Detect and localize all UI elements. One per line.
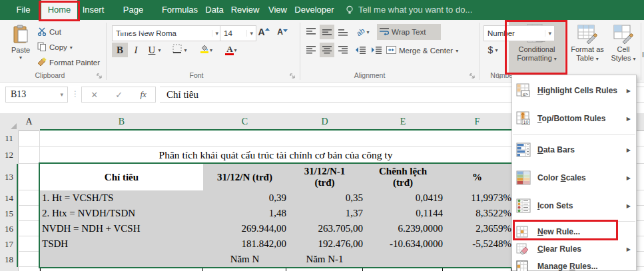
accounting-format-button[interactable]: $ ▾ [483, 43, 502, 57]
menu-item-manage-rules[interactable]: Manage Rules... [512, 258, 636, 271]
underline-button[interactable]: U ▾ [144, 43, 165, 57]
accounting-dropdown-arrow[interactable]: ▾ [495, 47, 497, 53]
clipboard-dialog-launcher-icon[interactable] [96, 71, 104, 79]
row-header-12[interactable]: 12 [0, 146, 19, 164]
conditional-formatting-dropdown-arrow[interactable]: ▾ [554, 56, 557, 62]
cell-c17[interactable]: 181.842,00 [203, 236, 290, 252]
font-size-dropdown-arrow[interactable]: ▾ [246, 30, 256, 37]
cell-d17[interactable]: 192.476,00 [286, 236, 366, 252]
top-align-button[interactable] [304, 25, 318, 39]
increase-font-size-button[interactable]: A [256, 25, 272, 39]
number-dialog-launcher-icon[interactable] [495, 71, 503, 79]
cell-e17[interactable]: -10.634,0000 [363, 236, 446, 252]
cell-c19-partial[interactable] [203, 267, 286, 271]
cell-e14[interactable]: 0,0419 [363, 190, 446, 206]
orientation-button[interactable]: ab ▾ [353, 25, 373, 39]
column-header-c[interactable]: C [203, 113, 287, 131]
cell-f17[interactable]: -5,5248% [443, 236, 515, 252]
tab-home[interactable]: Home [41, 0, 77, 20]
row-header-16[interactable]: 16 [0, 221, 19, 237]
merge-center-dropdown-arrow[interactable]: ▾ [456, 48, 458, 54]
tab-data[interactable]: Data [202, 0, 226, 20]
cell-f13[interactable]: % [443, 164, 512, 192]
row-header-13[interactable]: 13 [0, 164, 19, 191]
menu-item-color-scales[interactable]: Color Scales ▶ [512, 164, 636, 192]
tab-review[interactable]: Review [229, 0, 261, 20]
fill-color-dropdown-arrow[interactable]: ▾ [210, 47, 212, 53]
cell-c14[interactable]: 0,39 [203, 190, 290, 206]
merge-center-button[interactable]: Merge & Center ▾ [386, 43, 472, 59]
decrease-font-size-button[interactable]: A [274, 25, 290, 39]
paste-button[interactable]: Paste ▾ [5, 22, 36, 73]
orientation-dropdown-arrow[interactable]: ▾ [367, 29, 370, 35]
cell-b17[interactable]: TSDH [40, 236, 206, 252]
cell-d15[interactable]: 1,37 [286, 206, 366, 222]
copy-button[interactable]: Copy ▾ [37, 41, 73, 54]
format-painter-button[interactable]: Format Painter [37, 56, 100, 69]
cell-styles-button[interactable]: Cell Styles ▾ [607, 22, 639, 73]
font-dialog-launcher-icon[interactable] [289, 71, 297, 79]
bold-button[interactable]: B [112, 43, 128, 57]
cell-f14[interactable]: 11,9973% [443, 190, 515, 206]
column-header-d[interactable]: D [286, 113, 364, 131]
align-right-button[interactable] [336, 43, 350, 57]
cell-c16[interactable]: 269.944,00 [203, 221, 290, 237]
cell-c18[interactable]: Năm N [203, 252, 287, 268]
cell-d18[interactable]: Năm N-1 [286, 252, 364, 268]
menu-item-data-bars[interactable]: Data Bars ▶ [512, 136, 636, 164]
cell-e15[interactable]: 0,1144 [363, 206, 446, 222]
cell-f15[interactable]: 8,3522% [443, 206, 515, 222]
cell-e19-partial[interactable] [363, 267, 443, 271]
column-header-a[interactable]: A [18, 113, 41, 131]
name-box[interactable]: B13 ▾ [5, 87, 68, 103]
cell-b11[interactable] [40, 131, 204, 147]
cell-f18[interactable] [443, 252, 512, 268]
copy-dropdown-arrow[interactable]: ▾ [70, 45, 73, 51]
menu-item-icon-sets[interactable]: Icon Sets ▶ [512, 192, 636, 220]
sheet-title-cell[interactable]: Phân tích khái quát cấu trúc tài chính c… [40, 146, 511, 164]
menu-item-new-rule[interactable]: New Rule... [512, 223, 636, 240]
row-header-17[interactable]: 17 [0, 236, 19, 252]
format-as-table-dropdown-arrow[interactable]: ▾ [596, 56, 599, 62]
number-format-dropdown-arrow[interactable]: ▾ [545, 30, 554, 37]
cancel-icon[interactable]: ✕ [91, 90, 98, 100]
borders-dropdown-arrow[interactable]: ▾ [184, 47, 186, 53]
cell-styles-dropdown-arrow[interactable]: ▾ [633, 56, 636, 62]
increase-indent-button[interactable] [369, 43, 384, 57]
italic-button[interactable]: I [129, 43, 143, 57]
menu-item-clear-rules[interactable]: Clear Rules ▶ [512, 240, 636, 258]
enter-icon[interactable]: ✓ [115, 90, 123, 100]
font-color-dropdown-arrow[interactable]: ▾ [234, 47, 236, 53]
center-button[interactable] [320, 43, 334, 57]
formula-bar-grip-icon[interactable]: ⋮ [71, 89, 79, 99]
cell-f16[interactable]: 2,3659% [443, 221, 515, 237]
cell-e18[interactable] [363, 252, 444, 268]
tab-insert[interactable]: Insert [80, 0, 107, 20]
cell-d14[interactable]: 0,35 [286, 190, 366, 206]
wrap-text-button[interactable]: Wrap Text [377, 24, 441, 40]
tab-view[interactable]: View [265, 0, 290, 20]
cell-c11[interactable] [203, 131, 287, 147]
row-header-11[interactable]: 11 [0, 131, 19, 147]
tab-file[interactable]: File [8, 0, 39, 20]
column-header-b[interactable]: B [40, 113, 204, 131]
cell-e13[interactable]: Chênh lệch (trđ) [363, 164, 444, 192]
cell-b13-active[interactable]: Chỉ tiêu [40, 164, 204, 192]
column-header-f[interactable]: F [443, 113, 512, 131]
menu-item-highlight-cells-rules[interactable]: ≤> Highlight Cells Rules ▶ [512, 77, 636, 105]
cell-d19-partial[interactable] [286, 267, 363, 271]
select-all-corner[interactable] [0, 113, 19, 131]
middle-align-button[interactable] [320, 25, 334, 39]
cell-e16[interactable]: 6.239,0000 [363, 221, 446, 237]
cell-f19-partial[interactable] [443, 267, 511, 271]
cut-button[interactable]: Cut [37, 25, 61, 39]
cell-b18[interactable] [40, 252, 206, 268]
cell-b16[interactable]: NVDH = NDH + VCSH [40, 221, 206, 237]
paste-dropdown-arrow[interactable]: ▾ [19, 55, 22, 61]
cell-d11[interactable] [286, 131, 364, 147]
tab-formulas[interactable]: Formulas [160, 0, 200, 20]
cell-c15[interactable]: 1,48 [203, 206, 290, 222]
font-color-button[interactable]: A ▾ [220, 43, 242, 57]
column-a-cells[interactable] [18, 131, 40, 271]
row-header-15[interactable]: 15 [0, 206, 19, 222]
